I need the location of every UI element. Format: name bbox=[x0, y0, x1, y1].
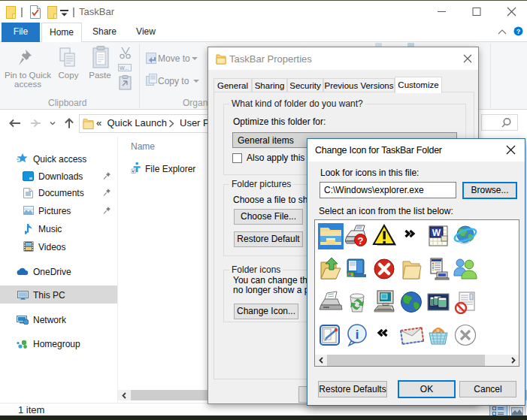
svg-text:?: ? bbox=[358, 235, 364, 246]
svg-text:W: W bbox=[432, 228, 441, 238]
svg-text:?: ? bbox=[516, 28, 521, 35]
svg-text:i: i bbox=[356, 328, 359, 342]
svg-text:W...: W... bbox=[120, 65, 129, 71]
